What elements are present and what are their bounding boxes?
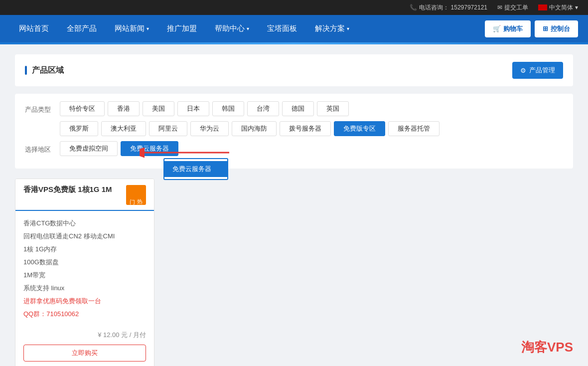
- nav-item-panel[interactable]: 宝塔面板: [258, 15, 306, 42]
- tab-germany[interactable]: 德国: [282, 101, 314, 116]
- tab-dialup[interactable]: 拨号服务器: [280, 121, 331, 136]
- region-dropdown-item-free-cloud[interactable]: 免费云服务器: [164, 161, 227, 177]
- product-type-label2: [25, 121, 60, 125]
- card-feature-bandwidth: 1M带宽: [23, 269, 146, 282]
- card-title: 香港VPS免费版 1核1G 1M: [23, 185, 126, 194]
- card-promo-link[interactable]: 进群拿优惠码免费领取一台: [23, 295, 146, 308]
- phone-item: 📞 电话咨询： 15297972121: [410, 3, 487, 12]
- ticket-label: 提交工单: [504, 3, 528, 12]
- card-price: ¥ 12.00 元 / 月付: [98, 331, 146, 339]
- tab-free-zone[interactable]: 免费版专区: [334, 121, 385, 136]
- card-feature-datacenter: 香港CTG数据中心: [23, 217, 146, 230]
- nav-label-home: 网站首页: [19, 24, 49, 33]
- card-badge: 热门: [126, 185, 146, 205]
- phone-label: 电话咨询：: [419, 3, 449, 12]
- section-header: 产品区域 ⚙ 产品管理: [15, 54, 573, 86]
- product-cards: 香港VPS免费版 1核1G 1M 热门 香港CTG数据中心 回程电信联通走CN2…: [15, 179, 573, 366]
- tab-uk[interactable]: 英国: [317, 101, 349, 116]
- nav-item-home[interactable]: 网站首页: [10, 15, 58, 42]
- card-feature-disk: 100G数据盘: [23, 256, 146, 269]
- chevron-down-icon: ▾: [347, 26, 349, 31]
- arrow-svg: [140, 144, 239, 161]
- tab-server-hosting[interactable]: 服务器托管: [388, 121, 440, 136]
- nav-label-solutions: 解决方案: [315, 24, 345, 33]
- title-bar-accent: [25, 66, 27, 75]
- chevron-down-icon: ▾: [575, 4, 578, 11]
- control-label: 控制台: [551, 24, 570, 33]
- arrow-annotation: [140, 144, 239, 163]
- top-bar: 📞 电话咨询： 15297972121 ✉ 提交工单 中文简体 ▾: [0, 0, 588, 15]
- tab-taiwan[interactable]: 台湾: [247, 101, 279, 116]
- nav-item-solutions[interactable]: 解决方案 ▾: [306, 15, 358, 42]
- card-feature-network: 回程电信联通走CN2 移动走CMI: [23, 230, 146, 243]
- manage-label: 产品管理: [529, 66, 555, 75]
- tab-japan[interactable]: 日本: [177, 101, 209, 116]
- nav-label-panel: 宝塔面板: [267, 24, 297, 33]
- ticket-icon: ✉: [497, 4, 502, 11]
- product-type-label: 产品类型: [25, 101, 60, 114]
- tab-hongkong[interactable]: 香港: [108, 101, 140, 116]
- nav-label-news: 网站新闻: [115, 24, 145, 33]
- gear-icon: ⚙: [520, 67, 526, 74]
- chevron-down-icon: ▾: [147, 26, 149, 31]
- control-icon: ⊞: [543, 25, 548, 32]
- phone-number: 15297972121: [451, 4, 487, 11]
- manage-button[interactable]: ⚙ 产品管理: [512, 62, 563, 79]
- card-qq-link[interactable]: QQ群：710510062: [23, 308, 146, 321]
- product-type-tabs-row2: 俄罗斯 澳大利亚 阿里云 华为云 国内海防 拨号服务器 免费版专区 服务器托管: [60, 121, 440, 136]
- section-title-text: 产品区域: [32, 65, 64, 76]
- product-card-hk-vps: 香港VPS免费版 1核1G 1M 热门 香港CTG数据中心 回程电信联通走CN2…: [15, 179, 154, 366]
- nav-bar: 网站首页 全部产品 网站新闻 ▾ 推广加盟 帮助中心 ▾ 宝塔面板 解决方案 ▾…: [0, 15, 588, 42]
- nav-item-news[interactable]: 网站新闻 ▾: [106, 15, 158, 42]
- tab-russia[interactable]: 俄罗斯: [60, 121, 98, 136]
- region-tab-free-space[interactable]: 免费虚拟空间: [60, 141, 118, 156]
- card-price-row: ¥ 12.00 元 / 月付: [15, 327, 154, 340]
- nav-label-affiliate: 推广加盟: [167, 24, 197, 33]
- region-row: 选择地区 免费虚拟空间 免费云服务器 免费云服务器: [25, 141, 563, 156]
- cart-label: 购物车: [503, 24, 523, 33]
- tab-australia[interactable]: 澳大利亚: [101, 121, 146, 136]
- card-feature-os: 系统支持 linux: [23, 282, 146, 295]
- language-item[interactable]: 中文简体 ▾: [538, 3, 578, 12]
- nav-item-affiliate[interactable]: 推广加盟: [158, 15, 206, 42]
- product-type-row2: 俄罗斯 澳大利亚 阿里云 华为云 国内海防 拨号服务器 免费版专区 服务器托管: [25, 121, 563, 136]
- card-feature-cpu: 1核 1G内存: [23, 243, 146, 256]
- control-button[interactable]: ⊞ 控制台: [535, 20, 578, 37]
- cart-button[interactable]: 🛒 购物车: [485, 20, 531, 37]
- section-title: 产品区域: [25, 65, 64, 76]
- nav-label-help: 帮助中心: [215, 24, 245, 33]
- nav-label-products: 全部产品: [67, 24, 97, 33]
- product-type-row1: 产品类型 特价专区 香港 美国 日本 韩国 台湾 德国 英国: [25, 101, 563, 116]
- product-type-tabs-row1: 特价专区 香港 美国 日本 韩国 台湾 德国 英国: [60, 101, 349, 116]
- flag-icon: [538, 4, 547, 10]
- watermark: 淘客VPS: [521, 339, 573, 356]
- nav-item-help[interactable]: 帮助中心 ▾: [206, 15, 258, 42]
- nav-item-products[interactable]: 全部产品: [58, 15, 106, 42]
- top-bar-items: 📞 电话咨询： 15297972121 ✉ 提交工单 中文简体 ▾: [410, 3, 578, 12]
- region-label: 选择地区: [25, 141, 60, 154]
- tab-huawei[interactable]: 华为云: [190, 121, 229, 136]
- chevron-down-icon: ▾: [247, 26, 249, 31]
- card-buy-button[interactable]: 立即购买: [23, 345, 146, 362]
- tab-usa[interactable]: 美国: [143, 101, 174, 116]
- card-body: 香港CTG数据中心 回程电信联通走CN2 移动走CMI 1核 1G内存 100G…: [15, 211, 154, 327]
- language-label: 中文简体: [549, 3, 573, 12]
- product-type-area: 产品类型 特价专区 香港 美国 日本 韩国 台湾 德国 英国 俄罗斯 澳大利亚 …: [15, 94, 573, 169]
- tab-special[interactable]: 特价专区: [60, 101, 105, 116]
- tab-korea[interactable]: 韩国: [212, 101, 244, 116]
- tab-domestic[interactable]: 国内海防: [232, 121, 277, 136]
- card-header: 香港VPS免费版 1核1G 1M 热门: [15, 179, 154, 205]
- ticket-item[interactable]: ✉ 提交工单: [497, 3, 528, 12]
- main-content: 产品区域 ⚙ 产品管理 产品类型 特价专区 香港 美国 日本 韩国 台湾 德国 …: [0, 44, 588, 366]
- cart-icon: 🛒: [493, 25, 501, 32]
- tab-aliyun[interactable]: 阿里云: [149, 121, 187, 136]
- phone-icon: 📞: [410, 4, 417, 11]
